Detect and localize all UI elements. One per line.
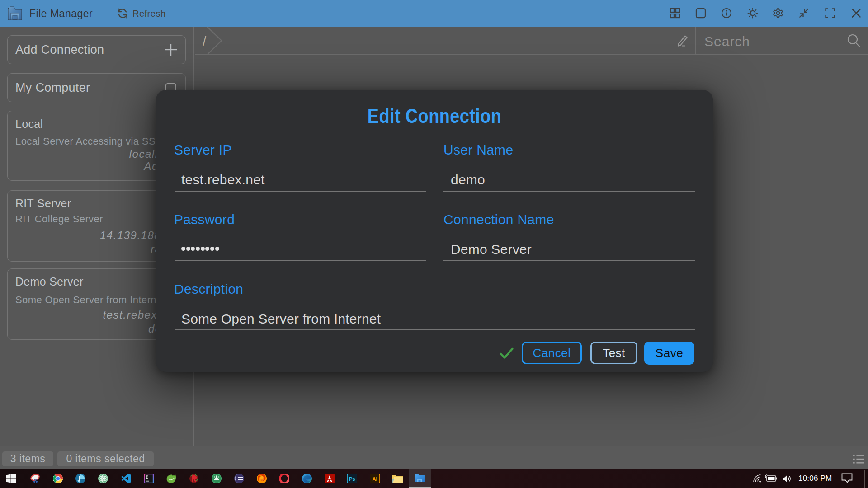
svg-text:Ps: Ps xyxy=(349,476,355,482)
svg-text:Ai: Ai xyxy=(373,476,377,482)
